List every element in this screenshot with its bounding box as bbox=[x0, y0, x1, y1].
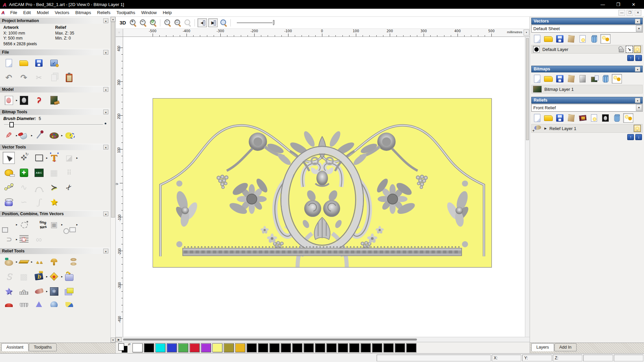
relief-layer-row[interactable]: ▶ Relief Layer 1 bbox=[531, 124, 643, 133]
palette-swatch-8[interactable] bbox=[224, 343, 234, 352]
invert-model-button[interactable] bbox=[18, 94, 30, 106]
relief-artwork[interactable] bbox=[153, 98, 492, 267]
trash-button[interactable] bbox=[589, 34, 599, 44]
bulbs-button[interactable] bbox=[600, 34, 610, 44]
folder-button[interactable] bbox=[543, 113, 553, 123]
file-open-button[interactable] bbox=[18, 57, 30, 69]
tab-assistant-assistant[interactable]: Assistant bbox=[1, 343, 29, 351]
flyout-arrow-icon[interactable]: ▸ bbox=[31, 134, 33, 137]
menu-edit[interactable]: Edit bbox=[20, 9, 34, 16]
extrude-button[interactable] bbox=[33, 256, 45, 268]
flyout-arrow-icon[interactable]: ▸ bbox=[16, 134, 17, 137]
menu-window[interactable]: Window bbox=[138, 9, 160, 16]
layer-name[interactable]: Relief Layer 1 bbox=[549, 126, 576, 131]
restore-icon[interactable]: ❐ bbox=[610, 0, 626, 9]
scrollbar-thumb[interactable] bbox=[111, 22, 115, 218]
zoom-out-icon[interactable]: − bbox=[139, 18, 147, 27]
shape-editor-button[interactable]: ▸ bbox=[3, 256, 15, 268]
flyout-arrow-icon[interactable]: ▸ bbox=[46, 156, 48, 160]
menu-toolpaths[interactable]: Toolpaths bbox=[113, 9, 138, 16]
zoom-in-icon[interactable]: + bbox=[128, 18, 137, 27]
down-arrow-button[interactable] bbox=[635, 134, 642, 140]
palette-swatch-5[interactable] bbox=[190, 343, 200, 352]
page-button[interactable] bbox=[532, 74, 542, 83]
palette-swatch-17[interactable] bbox=[326, 343, 336, 352]
file-save-button[interactable] bbox=[33, 57, 45, 69]
floppy-button[interactable] bbox=[555, 113, 565, 123]
up-arrow-button[interactable] bbox=[627, 55, 634, 61]
slider-handle[interactable] bbox=[9, 122, 14, 127]
redo-button[interactable] bbox=[18, 72, 30, 84]
snap-to-grid-toggle[interactable]: ◀ bbox=[198, 18, 207, 27]
folder-button[interactable] bbox=[543, 34, 553, 44]
fill-vector-button[interactable] bbox=[63, 129, 75, 141]
palette-swatch-14[interactable] bbox=[292, 343, 302, 352]
palette-swatch-4[interactable] bbox=[178, 343, 188, 352]
flyout-arrow-icon[interactable]: ▸ bbox=[61, 223, 63, 226]
cone-button[interactable] bbox=[33, 298, 45, 307]
stack-red-button[interactable] bbox=[578, 113, 588, 123]
merge-button[interactable] bbox=[566, 113, 576, 123]
rollup-icon[interactable] bbox=[103, 87, 108, 92]
leaf-button[interactable] bbox=[63, 298, 75, 307]
wrap-button[interactable] bbox=[63, 270, 75, 283]
palette-swatch-24[interactable] bbox=[406, 343, 416, 352]
merge-button[interactable] bbox=[566, 74, 576, 83]
rollup-icon[interactable] bbox=[635, 67, 640, 72]
palette-swatch-16[interactable] bbox=[315, 343, 325, 352]
rollup-icon[interactable] bbox=[635, 19, 640, 24]
brush-diameter-slider[interactable] bbox=[4, 122, 106, 128]
menu-vectors[interactable]: Vectors bbox=[52, 9, 72, 16]
menu-file[interactable]: File bbox=[7, 9, 20, 16]
zoom-fit-icon[interactable]: □ bbox=[173, 18, 182, 27]
offset-button[interactable] bbox=[48, 181, 60, 193]
snap-button[interactable] bbox=[626, 46, 633, 53]
vector-layer-row[interactable]: Default Layer bbox=[531, 45, 643, 54]
join-button[interactable]: ▸ bbox=[3, 233, 15, 245]
group-button[interactable]: ▸ bbox=[48, 219, 60, 231]
palette-swatch-3[interactable] bbox=[167, 343, 177, 352]
palette-swatch-13[interactable] bbox=[281, 343, 291, 352]
palette-swatch-23[interactable] bbox=[395, 343, 405, 352]
emboss-button[interactable]: ▸ bbox=[33, 270, 45, 283]
flyout-arrow-icon[interactable]: ▸ bbox=[16, 99, 17, 102]
menu-model[interactable]: Model bbox=[34, 9, 52, 16]
bulb-button[interactable] bbox=[634, 46, 641, 53]
child-restore-icon[interactable]: ❐ bbox=[627, 10, 633, 16]
file-new-button[interactable] bbox=[3, 57, 15, 69]
zoom-previous-icon[interactable]: ↺ bbox=[149, 18, 157, 27]
palette-swatch-21[interactable] bbox=[372, 343, 382, 352]
trim-button[interactable] bbox=[63, 181, 75, 193]
palette-swatch-9[interactable] bbox=[235, 343, 245, 352]
trash-button[interactable] bbox=[600, 74, 610, 83]
rollup-icon[interactable] bbox=[103, 249, 108, 253]
palette-swatch-15[interactable] bbox=[304, 343, 314, 352]
layer-colour-swatch[interactable] bbox=[533, 46, 540, 53]
rollup-icon[interactable] bbox=[103, 212, 108, 216]
polyline-button[interactable] bbox=[3, 181, 15, 193]
menu-help[interactable]: Help bbox=[160, 9, 175, 16]
vector-sheet-combo[interactable]: Default Sheet bbox=[531, 25, 643, 33]
swap-colours-icon[interactable]: ⇄ bbox=[128, 343, 130, 346]
palette-swatch-0[interactable] bbox=[132, 343, 143, 352]
measure-button[interactable] bbox=[3, 167, 15, 179]
primary-colour[interactable] bbox=[118, 343, 124, 351]
bitmap-layer-row[interactable]: Bitmap Layer 1 bbox=[531, 85, 643, 94]
flyout-arrow-icon[interactable]: ▸ bbox=[46, 290, 48, 293]
menu-bitmaps[interactable]: Bitmaps bbox=[72, 9, 94, 16]
chevron-down-icon[interactable] bbox=[636, 25, 642, 32]
tab-panel-add-in[interactable]: Add In bbox=[554, 343, 577, 351]
align-button[interactable]: ▸ bbox=[3, 219, 15, 231]
grey-page-button[interactable] bbox=[578, 74, 588, 83]
sweep-button[interactable]: ▸ bbox=[33, 285, 45, 297]
text-curve-button[interactable] bbox=[18, 219, 30, 231]
primary-secondary-colour-selector[interactable]: ⇄ bbox=[118, 343, 131, 353]
two-way-button[interactable]: ▸ bbox=[48, 270, 60, 283]
page-button[interactable] bbox=[532, 34, 542, 44]
flyout-arrow-icon[interactable]: ▸ bbox=[61, 275, 63, 278]
trash-button[interactable] bbox=[612, 113, 622, 123]
expander-icon[interactable]: ▶ bbox=[544, 127, 547, 130]
palette-swatch-22[interactable] bbox=[383, 343, 393, 352]
rollup-icon[interactable] bbox=[103, 50, 108, 55]
folder-button[interactable] bbox=[543, 74, 553, 83]
